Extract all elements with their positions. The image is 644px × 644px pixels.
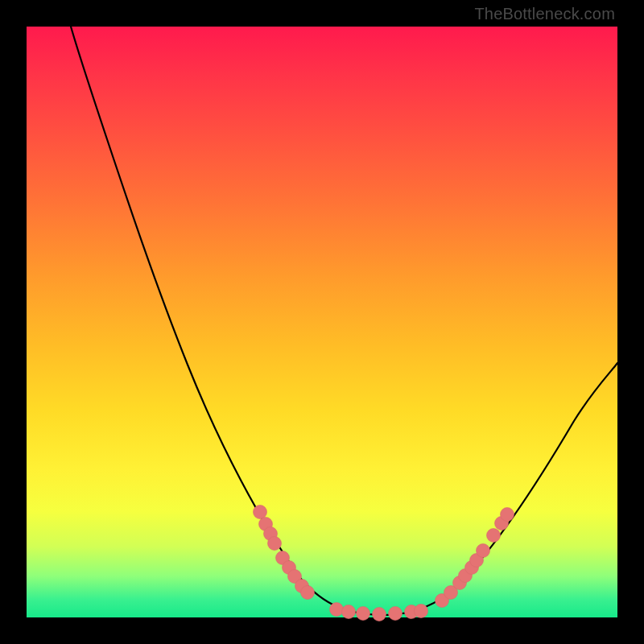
valley-dots-dot [415,605,428,618]
valley-dots-dot [342,605,356,619]
left-branch-dots-dot [254,506,267,519]
right-branch-dots-dot [477,544,490,558]
bottleneck-curve [71,27,617,615]
left-branch-dots-dot [268,537,282,551]
valley-dots-dot [373,608,386,621]
left-branch-dots-dot [301,586,315,600]
right-branch-dots-dot [487,529,501,543]
valley-dots-dot [330,603,344,617]
valley-dots-dot [357,607,370,621]
marker-layer [254,506,514,621]
chart-overlay [27,27,617,617]
valley-dots-dot [389,607,402,621]
chart-frame: TheBottleneck.com [0,0,644,644]
right-branch-dots-dot [501,508,514,522]
attribution-text: TheBottleneck.com [474,5,615,23]
